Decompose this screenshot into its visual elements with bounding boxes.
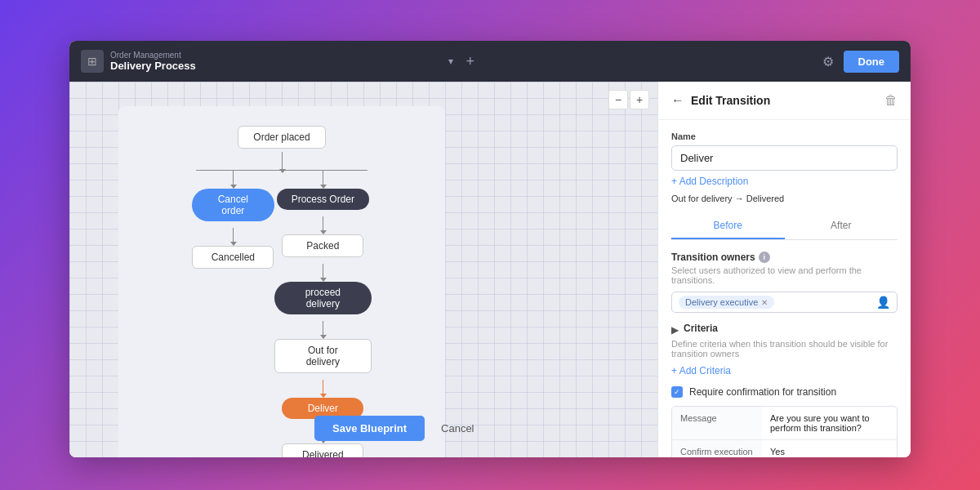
- require-confirmation-label: Require confirmation for transition: [689, 386, 836, 398]
- cancel-order-label: Cancel order: [192, 189, 274, 221]
- node-cancel-order[interactable]: Cancel order: [192, 189, 274, 221]
- user-add-icon[interactable]: 👤: [876, 296, 890, 309]
- bottom-bar: Save Blueprint Cancel: [314, 416, 483, 441]
- zoom-out-button[interactable]: −: [608, 90, 628, 109]
- delivered-label: Delivered: [282, 443, 363, 457]
- breadcrumb: Order Management: [110, 51, 439, 60]
- proceed-delivery-label: proceed delivery: [274, 282, 372, 314]
- order-placed-label: Order placed: [238, 126, 325, 149]
- criteria-section: ▶ Criteria Define criteria when this tra…: [671, 323, 898, 376]
- cancelled-label: Cancelled: [192, 246, 274, 269]
- done-button[interactable]: Done: [844, 51, 900, 73]
- transition-owners-label: Transition owners i: [671, 252, 898, 263]
- name-field-label: Name: [671, 131, 898, 141]
- panel-header: ← Edit Transition 🗑: [658, 82, 911, 120]
- node-process-order[interactable]: Process Order: [277, 189, 369, 210]
- panel-body: Name + Add Description Out for delivery …: [658, 120, 911, 457]
- back-button[interactable]: ←: [671, 93, 684, 108]
- tag-remove-button[interactable]: ✕: [761, 298, 768, 307]
- packed-label: Packed: [282, 234, 363, 257]
- process-order-label: Process Order: [277, 189, 369, 210]
- confirm-exec-key: Confirm execution: [672, 440, 762, 457]
- add-tab-button[interactable]: +: [463, 50, 479, 74]
- delete-button[interactable]: 🗑: [884, 93, 898, 108]
- criteria-header: ▶ Criteria: [671, 323, 898, 336]
- cancel-button[interactable]: Cancel: [433, 416, 482, 441]
- main-content: − + Order placed: [69, 82, 911, 457]
- criteria-label: Criteria: [684, 323, 718, 334]
- panel-title: Edit Transition: [691, 94, 884, 107]
- tab-before[interactable]: Before: [671, 213, 785, 239]
- zoom-controls: − +: [608, 90, 649, 109]
- titlebar: ⊞ Order Management Delivery Process ▾ + …: [69, 41, 911, 82]
- table-row-confirm: Confirm execution Yes: [672, 440, 897, 457]
- table-row-message: Message Are you sure you want to perform…: [672, 407, 897, 440]
- info-icon: i: [759, 252, 770, 263]
- owners-tag-input[interactable]: Delivery executive ✕ 👤: [671, 292, 898, 313]
- before-after-tabs: Before After: [671, 213, 898, 240]
- app-icon: ⊞: [81, 50, 104, 73]
- right-panel: ← Edit Transition 🗑 Name + Add Descripti…: [657, 82, 911, 457]
- require-confirmation-row: Require confirmation for transition: [671, 386, 898, 398]
- node-proceed-delivery[interactable]: proceed delivery: [274, 282, 372, 314]
- delivery-executive-tag: Delivery executive ✕: [679, 296, 774, 309]
- transition-owners-sub: Select users authorized to view and perf…: [671, 265, 898, 285]
- titlebar-text: Order Management Delivery Process: [110, 51, 439, 72]
- criteria-sub: Define criteria when this transition sho…: [671, 339, 898, 359]
- node-packed[interactable]: Packed: [282, 234, 363, 257]
- name-input[interactable]: [671, 145, 898, 171]
- zoom-in-button[interactable]: +: [630, 90, 649, 109]
- require-confirmation-checkbox[interactable]: [671, 386, 683, 398]
- message-key: Message: [672, 407, 762, 439]
- criteria-chevron-icon[interactable]: ▶: [671, 324, 679, 336]
- settings-icon[interactable]: ⚙: [819, 51, 837, 73]
- chevron-down-icon[interactable]: ▾: [445, 52, 457, 70]
- transition-out-text: Out for delivery → Delivered: [671, 194, 898, 203]
- node-out-for-delivery[interactable]: Out for delivery: [274, 339, 372, 373]
- add-criteria-link[interactable]: + Add Criteria: [671, 365, 898, 376]
- flow-diagram: Order placed: [118, 106, 445, 457]
- node-delivered[interactable]: Delivered: [282, 443, 363, 457]
- add-description-link[interactable]: + Add Description: [671, 176, 898, 187]
- app-window: ⊞ Order Management Delivery Process ▾ + …: [69, 41, 911, 457]
- message-val: Are you sure you want to perform this tr…: [762, 407, 897, 439]
- page-title: Delivery Process: [110, 60, 439, 72]
- confirm-exec-val: Yes: [762, 440, 897, 457]
- confirmation-table: Message Are you sure you want to perform…: [671, 406, 898, 457]
- node-cancelled[interactable]: Cancelled: [192, 246, 274, 269]
- canvas-area[interactable]: − + Order placed: [69, 82, 657, 457]
- out-for-delivery-label: Out for delivery: [274, 339, 372, 373]
- save-blueprint-button[interactable]: Save Blueprint: [314, 416, 425, 441]
- tab-after[interactable]: After: [785, 213, 898, 239]
- node-order-placed[interactable]: Order placed: [238, 126, 325, 149]
